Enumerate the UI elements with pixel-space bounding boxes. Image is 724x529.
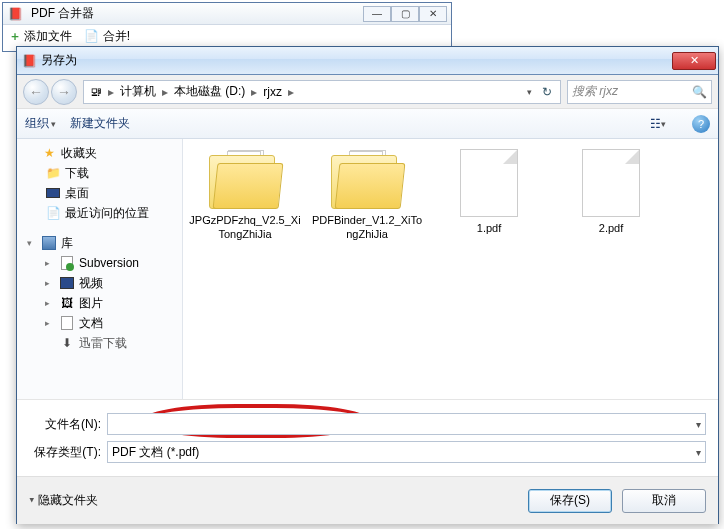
maximize-button[interactable]: ▢ [391,6,419,22]
library-icon [41,236,57,250]
view-mode-button[interactable]: ☷ ▾ [644,114,672,134]
dialog-titlebar: 📕 另存为 ✕ [17,47,718,75]
pdf-file-icon [582,149,640,217]
nav-back-button[interactable]: ← [23,79,49,105]
computer-icon: 🖳 [86,81,106,103]
file-item-folder[interactable]: JPGzPDFzhq_V2.5_XiTongZhiJia [189,149,301,241]
chevron-down-icon[interactable]: ▾ [696,419,701,430]
file-item-pdf[interactable]: 2.pdf [555,149,667,235]
back-icon: ← [29,84,43,100]
subversion-icon [59,256,75,270]
hide-folders-toggle[interactable]: ▴ 隐藏文件夹 [29,492,98,509]
forward-icon: → [57,84,71,100]
parent-titlebar: 📕 PDF 合并器 — ▢ ✕ [3,3,451,25]
search-placeholder: 搜索 rjxz [572,83,618,100]
folder-icon [331,149,403,209]
folder-icon: 📁 [45,166,61,180]
desktop-icon [45,186,61,200]
tree-thunder[interactable]: ⬇迅雷下载 [17,333,182,353]
chevron-down-icon[interactable]: ▾ [696,447,701,458]
tree-documents[interactable]: ▸文档 [17,313,182,333]
tree-libraries[interactable]: ▾库 [17,233,182,253]
close-button[interactable]: ✕ [419,6,447,22]
file-item-pdf[interactable]: 1.pdf [433,149,545,235]
parent-app-window: 📕 PDF 合并器 — ▢ ✕ ＋ 添加文件 📄 合并! [2,2,452,52]
breadcrumb-computer[interactable]: 计算机 [116,81,160,103]
breadcrumb-folder[interactable]: rjxz [259,81,286,103]
tree-favorites[interactable]: ★收藏夹 [17,143,182,163]
nav-forward-button[interactable]: → [51,79,77,105]
footer: ▴ 隐藏文件夹 保存(S) 取消 [17,476,718,524]
picture-icon: 🖼 [59,296,75,310]
breadcrumb[interactable]: 🖳 ▸ 计算机 ▸ 本地磁盘 (D:) ▸ rjxz ▸ ▾ ↻ [83,80,561,104]
add-file-button[interactable]: ＋ 添加文件 [9,28,72,45]
cancel-button[interactable]: 取消 [622,489,706,513]
filename-input[interactable]: ▾ [107,413,706,435]
minimize-button[interactable]: — [363,6,391,22]
parent-window-controls: — ▢ ✕ [363,6,447,22]
chevron-right-icon: ▸ [45,278,55,288]
folder-icon [209,149,281,209]
tree-videos[interactable]: ▸视频 [17,273,182,293]
dialog-icon: 📕 [21,53,37,69]
filename-label: 文件名(N): [29,416,107,433]
pdf-file-icon [460,149,518,217]
filetype-select[interactable]: PDF 文档 (*.pdf) ▾ [107,441,706,463]
filetype-label: 保存类型(T): [29,444,107,461]
help-button[interactable]: ? [692,115,710,133]
star-icon: ★ [41,146,57,160]
close-icon: ✕ [690,54,699,67]
search-icon: 🔍 [692,85,707,99]
recent-icon: 📄 [45,206,61,220]
breadcrumb-dropdown[interactable]: ▾ [523,81,536,103]
parent-toolbar: ＋ 添加文件 📄 合并! [3,25,451,47]
new-folder-button[interactable]: 新建文件夹 [70,115,130,132]
toolbar: 组织 ▾ 新建文件夹 ☷ ▾ ? [17,109,718,139]
tree-downloads[interactable]: 📁下载 [17,163,182,183]
tree-pictures[interactable]: ▸🖼图片 [17,293,182,313]
dialog-title: 另存为 [41,52,672,69]
address-bar-row: ← → 🖳 ▸ 计算机 ▸ 本地磁盘 (D:) ▸ rjxz ▸ ▾ ↻ 搜索 … [17,75,718,109]
input-area: 文件名(N): ▾ 保存类型(T): PDF 文档 (*.pdf) ▾ [17,399,718,476]
nav-tree: ★收藏夹 📁下载 桌面 📄最近访问的位置 ▾库 ▸Subversion ▸视频 … [17,139,183,399]
tree-recent[interactable]: 📄最近访问的位置 [17,203,182,223]
plus-icon: ＋ [9,29,21,43]
save-button[interactable]: 保存(S) [528,489,612,513]
chevron-right-icon: ▸ [45,258,55,268]
chevron-up-icon: ▴ [29,496,34,506]
video-icon [59,276,75,290]
save-as-dialog: 📕 另存为 ✕ ← → 🖳 ▸ 计算机 ▸ 本地磁盘 (D:) ▸ rjxz ▸… [16,46,719,524]
search-input[interactable]: 搜索 rjxz 🔍 [567,80,712,104]
tree-desktop[interactable]: 桌面 [17,183,182,203]
app-title: PDF 合并器 [27,5,363,22]
chevron-right-icon: ▸ [45,298,55,308]
tree-subversion[interactable]: ▸Subversion [17,253,182,273]
nav-buttons: ← → [23,79,77,105]
download-icon: ⬇ [59,336,75,350]
merge-button[interactable]: 📄 合并! [84,28,130,45]
chevron-right-icon: ▸ [45,318,55,328]
chevron-down-icon: ▾ [51,119,56,129]
app-icon: 📕 [7,6,23,22]
body-split: ★收藏夹 📁下载 桌面 📄最近访问的位置 ▾库 ▸Subversion ▸视频 … [17,139,718,399]
organize-menu[interactable]: 组织 ▾ [25,115,56,132]
refresh-button[interactable]: ↻ [536,85,558,99]
breadcrumb-drive[interactable]: 本地磁盘 (D:) [170,81,249,103]
dialog-close-button[interactable]: ✕ [672,52,716,70]
file-list[interactable]: JPGzPDFzhq_V2.5_XiTongZhiJia PDFBinder_V… [183,139,718,399]
chevron-down-icon: ▾ [27,238,37,248]
file-item-folder[interactable]: PDFBinder_V1.2_XiTongZhiJia [311,149,423,241]
document-icon [59,316,75,330]
